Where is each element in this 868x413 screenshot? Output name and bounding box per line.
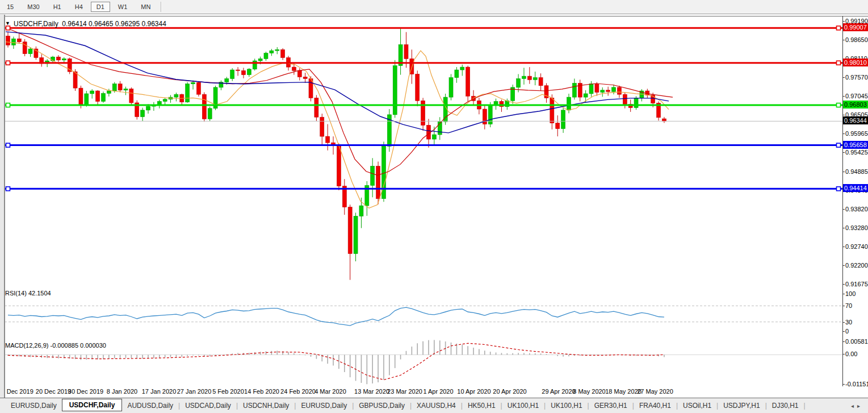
macd-label: MACD(12,26,9) -0.000885 0.000030 bbox=[5, 342, 106, 349]
timeframe-button-15[interactable]: 15 bbox=[1, 2, 19, 12]
line-anchor-icon[interactable] bbox=[6, 26, 10, 30]
tab-separator: | bbox=[803, 402, 805, 410]
timeframe-button-H4[interactable]: H4 bbox=[69, 2, 89, 12]
date-label: 20 Apr 2020 bbox=[493, 388, 526, 395]
line-anchor-icon[interactable] bbox=[837, 187, 841, 191]
price-tick-label: 0.92740 bbox=[845, 243, 868, 250]
date-label: 23 Mar 2020 bbox=[387, 388, 422, 395]
timeframe-button-H1[interactable]: H1 bbox=[48, 2, 67, 12]
rsi-chart bbox=[0, 287, 868, 340]
price-tick-label: 0.93280 bbox=[845, 224, 868, 231]
line-anchor-icon[interactable] bbox=[6, 103, 10, 107]
date-label: 1 Apr 2020 bbox=[423, 388, 453, 395]
mt4-window: 15M30H1H4D1W1MN ▼ USDCHF,Daily 0.96414 0… bbox=[0, 0, 868, 413]
line-anchor-icon[interactable] bbox=[837, 26, 841, 30]
tab-scroll-arrows: ◂▸ bbox=[851, 403, 863, 409]
price-badge-0.99007: 0.99007 bbox=[843, 23, 868, 31]
price-badge-0.95658: 0.95658 bbox=[843, 141, 868, 149]
rsi-tick-label: 70 bbox=[845, 302, 868, 309]
date-label: 24 Feb 2020 bbox=[280, 388, 316, 395]
chart-marker-icon: ▼ bbox=[5, 20, 10, 26]
price-badge-0.96803: 0.96803 bbox=[843, 101, 868, 109]
date-label: 5 Feb 2020 bbox=[212, 388, 244, 395]
line-anchor-icon[interactable] bbox=[837, 61, 841, 65]
macd-chart bbox=[0, 340, 868, 386]
tab-USDCHF,Daily[interactable]: USDCHF,Daily bbox=[62, 399, 123, 411]
timeframe-button-MN[interactable]: MN bbox=[135, 2, 156, 12]
macd-histogram bbox=[8, 340, 664, 384]
date-label: 10 Apr 2020 bbox=[457, 388, 490, 395]
price-axis-separator bbox=[842, 16, 843, 386]
tab-EURUSD,Daily[interactable]: EURUSD,Daily bbox=[296, 400, 352, 411]
line-anchor-icon[interactable] bbox=[6, 143, 10, 147]
chart-symbol: USDCHF,Daily bbox=[14, 20, 58, 28]
price-tick-label: 0.95425 bbox=[845, 149, 868, 156]
price-tick-label: 0.93820 bbox=[845, 206, 868, 212]
date-label: 8 Jan 2020 bbox=[107, 388, 137, 395]
tab-GBPUSD,Daily[interactable]: GBPUSD,Daily bbox=[354, 400, 410, 411]
chart-title: USDCHF,Daily 0.96414 0.96465 0.96295 0.9… bbox=[14, 20, 166, 28]
tab-AUDUSD,Daily[interactable]: AUDUSD,Daily bbox=[122, 400, 178, 411]
tab-UK100,H1[interactable]: UK100,H1 bbox=[546, 400, 587, 411]
tab-scroll-right-icon[interactable]: ▸ bbox=[857, 403, 863, 409]
date-label: 27 May 2020 bbox=[637, 388, 673, 395]
date-label: 27 Jan 2020 bbox=[177, 388, 212, 395]
timeframe-button-D1[interactable]: D1 bbox=[91, 2, 110, 12]
macd-panel: MACD(12,26,9) -0.000885 0.000030 bbox=[0, 340, 868, 387]
macd-tick-label: 0.00 bbox=[845, 351, 868, 357]
main-chart-panel: ▼ USDCHF,Daily 0.96414 0.96465 0.96295 0… bbox=[0, 16, 868, 289]
line-anchor-icon[interactable] bbox=[6, 61, 10, 65]
macd-tick-label: -0.011518 bbox=[845, 381, 868, 387]
tab-USOil,H1[interactable]: USOil,H1 bbox=[678, 400, 716, 411]
rsi-label: RSI(14) 42.1504 bbox=[5, 290, 51, 297]
rsi-tick-label: 30 bbox=[845, 319, 868, 326]
tab-DJ30,H1[interactable]: DJ30,H1 bbox=[767, 400, 804, 411]
date-label: 20 Dec 2019 bbox=[36, 388, 71, 395]
chart-ohlc-values: 0.96414 0.96465 0.96295 0.96344 bbox=[62, 20, 166, 28]
tab-scroll-left-icon[interactable]: ◂ bbox=[851, 403, 857, 409]
macd-tick-label: 0.005818 bbox=[845, 338, 868, 345]
date-label: 18 May 2020 bbox=[605, 388, 641, 395]
price-tick-label: 0.97045 bbox=[845, 93, 868, 99]
price-badge-0.94414: 0.94414 bbox=[843, 184, 868, 192]
ma-slow-blue bbox=[6, 32, 669, 133]
price-badge-0.96344: 0.96344 bbox=[843, 116, 868, 124]
candles bbox=[6, 28, 666, 280]
tab-USDCAD,Daily[interactable]: USDCAD,Daily bbox=[180, 400, 236, 411]
timeframe-toolbar: 15M30H1H4D1W1MN bbox=[0, 0, 868, 14]
tab-GER30,H1[interactable]: GER30,H1 bbox=[589, 400, 632, 411]
date-label: 30 Dec 2019 bbox=[68, 388, 103, 395]
price-tick-label: 0.91675 bbox=[845, 281, 868, 287]
tab-HK50,H1[interactable]: HK50,H1 bbox=[463, 400, 501, 411]
price-badge-0.98010: 0.98010 bbox=[843, 59, 868, 66]
rsi-tick-label: 100 bbox=[845, 290, 868, 297]
date-label: 29 Apr 2020 bbox=[542, 388, 575, 395]
line-anchor-icon[interactable] bbox=[837, 143, 841, 147]
rsi-line bbox=[8, 307, 664, 326]
line-anchor-icon[interactable] bbox=[6, 187, 10, 191]
tab-USDCNH,Daily[interactable]: USDCNH,Daily bbox=[238, 400, 294, 411]
chart-tab-bar: EURUSD,DailyUSDCHF,DailyAUDUSD,Daily|USD… bbox=[0, 398, 868, 413]
tab-EURUSD,Daily[interactable]: EURUSD,Daily bbox=[6, 400, 62, 411]
window-left-border bbox=[0, 15, 5, 398]
date-axis: 11 Dec 201920 Dec 201930 Dec 20198 Jan 2… bbox=[0, 386, 868, 398]
tab-UK100,H1[interactable]: UK100,H1 bbox=[502, 400, 544, 411]
date-label: 4 Mar 2020 bbox=[315, 388, 346, 395]
date-label: 17 Jan 2020 bbox=[142, 388, 177, 395]
timeframe-button-W1[interactable]: W1 bbox=[112, 2, 133, 12]
rsi-panel: RSI(14) 42.1504 bbox=[0, 287, 868, 341]
date-label: 8 May 2020 bbox=[573, 388, 605, 395]
price-tick-label: 0.92200 bbox=[845, 262, 868, 269]
timeframe-button-M30[interactable]: M30 bbox=[22, 2, 45, 12]
rsi-tick-label: 0 bbox=[845, 328, 868, 335]
candlestick-chart bbox=[0, 16, 868, 288]
line-anchor-icon[interactable] bbox=[837, 103, 841, 107]
price-tick-label: 0.95965 bbox=[845, 130, 868, 137]
date-label: 14 Feb 2020 bbox=[244, 388, 279, 395]
tab-FRA40,H1[interactable]: FRA40,H1 bbox=[634, 400, 676, 411]
date-label: 13 Mar 2020 bbox=[354, 388, 389, 395]
price-tick-label: 0.94885 bbox=[845, 168, 868, 175]
price-tick-label: 0.98650 bbox=[845, 36, 868, 43]
tab-USDJPY,H1[interactable]: USDJPY,H1 bbox=[718, 400, 765, 411]
tab-XAUUSD,H4[interactable]: XAUUSD,H4 bbox=[412, 400, 461, 411]
